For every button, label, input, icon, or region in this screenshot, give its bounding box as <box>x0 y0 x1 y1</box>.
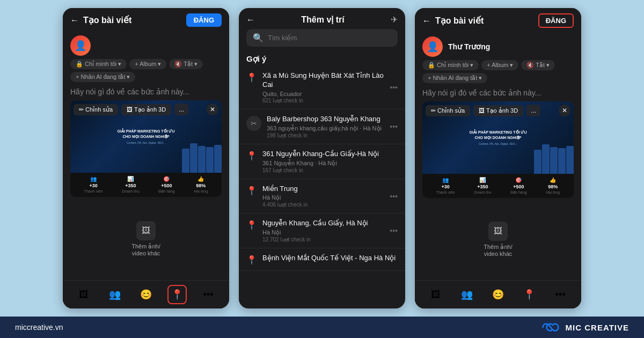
loc-header: ← Thêm vị trí ✈ <box>239 8 405 29</box>
loc-info-5: Nguyễn Khang, Cầu Giấy, Hà Nội Hà Nội 12… <box>262 219 384 243</box>
tag-ai2[interactable]: + Nhãn AI đang tắt ▾ <box>70 72 135 82</box>
back-icon[interactable]: ← <box>70 16 79 25</box>
toolbar-more-3[interactable]: ••• <box>551 285 570 304</box>
loc-back-icon[interactable]: ← <box>246 15 255 25</box>
toolbar-location-1[interactable]: 📍 <box>167 285 187 304</box>
loc-title: Thêm vị trí <box>301 14 344 25</box>
card-toolbar-3: ✏ Chỉnh sửa 🖼 Tạo ảnh 3D ... ✕ <box>426 105 570 116</box>
stat-orders: 🎯 +500 Đơn hàng <box>158 176 174 194</box>
footer-brand-text: MIC CREATIVE <box>566 323 629 332</box>
tag-ai[interactable]: 🔇 Tắt ▾ <box>169 59 203 69</box>
toolbar-photo-3[interactable]: 🖼 <box>426 285 445 304</box>
tag-album[interactable]: + Album ▾ <box>129 59 166 69</box>
stat-satisfaction: 👍 98% Hài lòng <box>194 176 208 194</box>
post-button-3[interactable]: ĐĂNG <box>538 13 574 28</box>
loc-name-4: Miền Trung <box>262 185 384 194</box>
marketing-title-1: GIẢI PHÁP MARKETING TỐI ƯUCHO MỌI DOANH … <box>117 129 174 139</box>
image-card-3: ✏ Chỉnh sửa 🖼 Tạo ảnh 3D ... ✕ GIẢI PHÁP… <box>422 101 574 198</box>
barbershop-icon: ✂ <box>246 116 261 131</box>
avatar-row-3: 👤 Thư Trương <box>415 33 581 60</box>
avatar-row-1: 👤 <box>63 32 229 59</box>
search-input[interactable] <box>268 34 391 42</box>
edit-button-3[interactable]: ✏ Chỉnh sửa <box>426 105 470 116</box>
list-item[interactable]: 📍 Nguyễn Khang, Cầu Giấy, Hà Nội Hà Nội … <box>239 214 405 248</box>
add-more-text-3: Thêm ảnh/video khác <box>484 244 512 257</box>
stat-members-3: 👥 +30 Thành viên <box>436 177 455 195</box>
post-placeholder-1: Hãy nói gì đó về các bức ảnh này... <box>63 85 229 100</box>
add-more-icon-3: 🖼 <box>488 222 508 241</box>
loc-sub-5: Hà Nội <box>262 229 384 236</box>
send-icon[interactable]: ✈ <box>391 14 398 25</box>
toolbar-people-3[interactable]: 👥 <box>457 285 477 304</box>
3d-button-3[interactable]: 🖼 Tạo ảnh 3D <box>473 105 523 116</box>
list-item[interactable]: 📍 Miền Trung Hà Nội 4.406 lượt check in … <box>239 179 405 214</box>
tag-ai-3[interactable]: 🔇 Tắt ▾ <box>521 60 555 70</box>
stats-bar-3: 👥 +30 Thành viên 📊 +350 Doanh thu 🎯 +500… <box>422 174 574 198</box>
list-item[interactable]: 📍 Xã a Mú Sung Huyện Bát Xát Tỉnh Lào Ca… <box>239 66 405 109</box>
tag-privacy-3[interactable]: 🔒 Chỉ mình tôi ▾ <box>422 60 479 70</box>
toolbar-more-1[interactable]: ••• <box>199 285 218 304</box>
list-item[interactable]: 📍 Bệnh Viện Mắt Quốc Tế Việt - Nga Hà Nộ… <box>239 248 405 271</box>
add-more-3[interactable]: 🖼 Thêm ảnh/video khác <box>415 198 581 280</box>
tag-ai2-3[interactable]: + Nhãn AI đang tắt ▾ <box>422 73 487 83</box>
loc-dots-2[interactable]: ••• <box>390 122 398 131</box>
tags-row-1: 🔒 Chỉ mình tôi ▾ + Album ▾ 🔇 Tắt ▾ + Nhã… <box>63 59 229 85</box>
toolbar-emoji-1[interactable]: 😊 <box>136 285 156 304</box>
location-list: 📍 Xã a Mú Sung Huyện Bát Xát Tỉnh Lào Ca… <box>239 66 405 308</box>
loc-checkin-5: 12.702 lượt check in <box>262 237 384 243</box>
location-pin-icon: 📍 <box>246 72 257 83</box>
avatar-1: 👤 <box>70 35 91 56</box>
location-pin-icon: 📍 <box>246 151 257 161</box>
add-more-icon-1: 🖼 <box>136 221 156 240</box>
loc-dots-4[interactable]: ••• <box>390 192 398 201</box>
list-item[interactable]: 📍 361 Nguyễn Khang-Cầu Giấy-Hà Nội 361 N… <box>239 144 405 179</box>
loc-sub-2: 363 nguyễn khang,cầu giấy,hà nội · Hà Nộ… <box>267 125 384 132</box>
card-dots-button-3[interactable]: ... <box>526 105 540 116</box>
image-card-1: ✏ Chỉnh sửa 🖼 Tạo ảnh 3D ... ✕ GIẢI PHÁP… <box>70 100 222 197</box>
location-pin-icon: 📍 <box>246 220 257 230</box>
panel1-header-left: ← Tạo bài viết <box>70 15 131 25</box>
tag-privacy[interactable]: 🔒 Chỉ mình tôi ▾ <box>70 59 127 69</box>
toolbar-people-1[interactable]: 👥 <box>105 285 125 304</box>
loc-info-2: Baly Barbershop 363 Nguyễn Khang 363 ngu… <box>267 115 384 138</box>
card-dots-button[interactable]: ... <box>174 104 188 115</box>
loc-name-3: 361 Nguyễn Khang-Cầu Giấy-Hà Nội <box>262 150 398 159</box>
toolbar-location-3[interactable]: 📍 <box>519 285 539 304</box>
location-pin-icon: 📍 <box>246 186 257 196</box>
toolbar-emoji-3[interactable]: 😊 <box>488 285 508 304</box>
bottom-toolbar-3: 🖼 👥 😊 📍 ••• <box>415 280 581 308</box>
edit-button[interactable]: ✏ Chỉnh sửa <box>74 104 118 115</box>
loc-info-6: Bệnh Viện Mắt Quốc Tế Việt - Nga Hà Nội <box>262 254 398 263</box>
footer: miccreative.vn MIC CREATIVE <box>0 317 644 338</box>
add-more-1[interactable]: 🖼 Thêm ảnh/video khác <box>63 197 229 280</box>
loc-sub-3: 361 Nguyễn Khang · Hà Nội <box>262 160 398 167</box>
mic-creative-logo-icon <box>541 321 560 334</box>
loc-sub-4: Hà Nội <box>262 194 384 201</box>
loc-info-1: Xã a Mú Sung Huyện Bát Xát Tỉnh Lào Cai … <box>262 71 384 104</box>
tag-album-3[interactable]: + Album ▾ <box>481 60 518 70</box>
card-close-button-3[interactable]: ✕ <box>559 105 570 116</box>
loc-checkin-1: 621 lượt check in <box>262 98 384 104</box>
list-item[interactable]: ✂ Baly Barbershop 363 Nguyễn Khang 363 n… <box>239 109 405 144</box>
panel-location: ← Thêm vị trí ✈ 🔍 Gợi ý 📍 Xã a Mú Sung H… <box>239 8 405 308</box>
loc-info-4: Miền Trung Hà Nội 4.406 lượt check in <box>262 185 384 208</box>
stat-revenue: 📊 +350 Doanh thu <box>122 176 139 194</box>
post-button-1[interactable]: ĐĂNG <box>186 13 222 27</box>
avatar-info-3: Thư Trương <box>448 42 490 51</box>
back-icon-3[interactable]: ← <box>422 16 431 26</box>
marketing-sub-3: Content, FB, Ads, Digital, SEO... <box>469 142 526 145</box>
loc-dots-1[interactable]: ••• <box>390 83 398 92</box>
3d-button[interactable]: 🖼 Tạo ảnh 3D <box>121 104 171 115</box>
loc-name-1: Xã a Mú Sung Huyện Bát Xát Tỉnh Lào Cai <box>262 71 384 90</box>
loc-info-3: 361 Nguyễn Khang-Cầu Giấy-Hà Nội 361 Ngu… <box>262 150 398 173</box>
loc-checkin-4: 4.406 lượt check in <box>262 202 384 208</box>
search-bar[interactable]: 🔍 <box>246 29 398 47</box>
panel1-header: ← Tạo bài viết ĐĂNG <box>63 8 229 32</box>
loc-dots-5[interactable]: ••• <box>390 226 398 235</box>
post-placeholder-3: Hãy nói gì đó về các bức ảnh này... <box>415 86 581 101</box>
toolbar-photo-1[interactable]: 🖼 <box>74 285 93 304</box>
card-toolbar-1: ✏ Chỉnh sửa 🖼 Tạo ảnh 3D ... ✕ <box>74 104 218 115</box>
add-more-text-1: Thêm ảnh/video khác <box>131 243 160 256</box>
card-close-button[interactable]: ✕ <box>207 104 218 115</box>
footer-website: miccreative.vn <box>15 323 63 332</box>
